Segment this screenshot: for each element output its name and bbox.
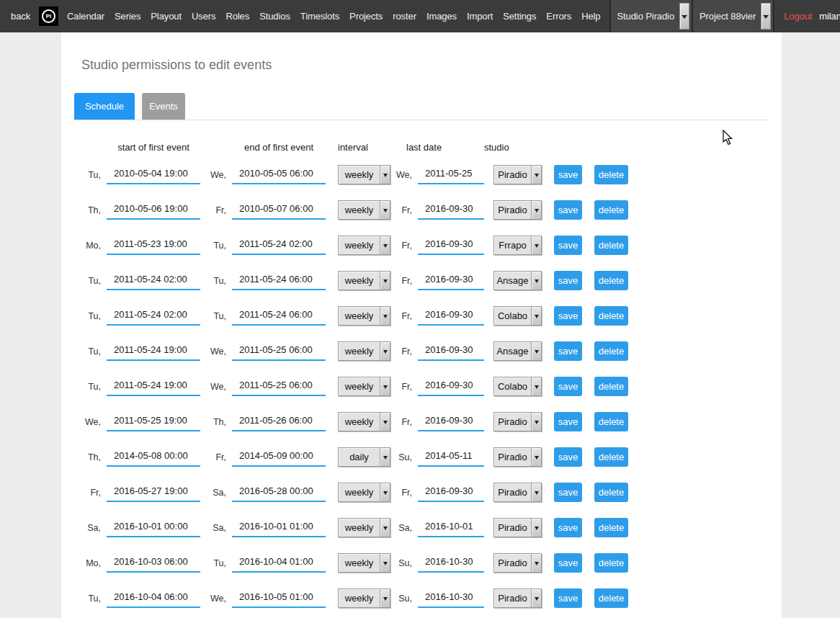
nav-item-settings[interactable]: Settings (501, 8, 537, 24)
start-datetime-input[interactable] (107, 342, 200, 361)
start-datetime-input[interactable] (107, 413, 200, 431)
interval-select[interactable]: daily (338, 447, 390, 467)
end-datetime-input[interactable] (232, 307, 326, 326)
delete-button[interactable]: delete (594, 553, 628, 573)
studio-select[interactable]: Piradio (493, 553, 542, 573)
studio-select[interactable]: Piradio (493, 588, 542, 608)
studio-select[interactable]: Piradio (493, 200, 542, 220)
studio-select[interactable]: Piradio (493, 412, 542, 431)
studio-select[interactable]: Piradio (493, 447, 542, 467)
start-datetime-input[interactable] (107, 201, 200, 220)
back-link[interactable]: back (9, 8, 32, 24)
save-button[interactable]: save (554, 588, 582, 608)
end-datetime-input[interactable] (232, 272, 326, 290)
studio-select[interactable]: Colabo (493, 377, 542, 396)
save-button[interactable]: save (554, 412, 582, 431)
nav-item-series[interactable]: Series (113, 8, 142, 24)
nav-item-playout[interactable]: Playout (149, 8, 183, 24)
delete-button[interactable]: delete (594, 412, 628, 431)
nav-item-import[interactable]: Import (465, 8, 494, 24)
end-datetime-input[interactable] (232, 342, 326, 361)
nav-item-studios[interactable]: Studios (258, 8, 292, 24)
save-button[interactable]: save (554, 377, 582, 396)
start-datetime-input[interactable] (107, 483, 200, 502)
end-datetime-input[interactable] (232, 483, 326, 502)
project-switcher-select[interactable]: Project 88vier (692, 0, 774, 32)
interval-select[interactable]: weekly (338, 165, 390, 184)
end-datetime-input[interactable] (232, 519, 326, 537)
nav-item-calendar[interactable]: Calendar (66, 8, 106, 24)
end-datetime-input[interactable] (232, 201, 326, 220)
nav-item-roles[interactable]: Roles (224, 8, 251, 24)
start-datetime-input[interactable] (107, 236, 200, 255)
last-date-input[interactable] (418, 377, 484, 396)
save-button[interactable]: save (554, 483, 582, 502)
studio-select[interactable]: Colabo (493, 306, 542, 326)
save-button[interactable]: save (554, 553, 582, 573)
nav-item-projects[interactable]: Projects (348, 8, 384, 24)
last-date-input[interactable] (418, 413, 484, 431)
logout-link[interactable]: Logout (784, 11, 812, 22)
interval-select[interactable]: weekly (338, 483, 390, 502)
last-date-input[interactable] (418, 272, 484, 290)
interval-select[interactable]: weekly (338, 553, 390, 573)
save-button[interactable]: save (554, 200, 582, 220)
studio-select[interactable]: Piradio (493, 518, 542, 537)
delete-button[interactable]: delete (594, 236, 628, 255)
delete-button[interactable]: delete (594, 341, 628, 361)
last-date-input[interactable] (418, 448, 484, 467)
delete-button[interactable]: delete (594, 518, 628, 537)
start-datetime-input[interactable] (107, 377, 200, 396)
interval-select[interactable]: weekly (338, 377, 390, 396)
last-date-input[interactable] (418, 519, 484, 537)
last-date-input[interactable] (418, 236, 484, 255)
last-date-input[interactable] (418, 307, 484, 326)
end-datetime-input[interactable] (232, 413, 326, 431)
delete-button[interactable]: delete (594, 447, 628, 467)
studio-select[interactable]: Piradio (493, 483, 542, 502)
tab-schedule[interactable]: Schedule (74, 93, 135, 120)
nav-item-errors[interactable]: Errors (545, 8, 573, 24)
delete-button[interactable]: delete (594, 483, 628, 502)
last-date-input[interactable] (418, 554, 484, 573)
save-button[interactable]: save (554, 236, 582, 255)
start-datetime-input[interactable] (107, 166, 200, 184)
last-date-input[interactable] (418, 201, 484, 220)
studio-select[interactable]: Ansage (493, 341, 542, 361)
interval-select[interactable]: weekly (338, 518, 390, 537)
start-datetime-input[interactable] (107, 272, 200, 290)
end-datetime-input[interactable] (232, 554, 326, 573)
nav-item-images[interactable]: Images (425, 8, 458, 24)
tab-events[interactable]: Events (142, 93, 185, 120)
nav-item-roster[interactable]: roster (391, 8, 418, 24)
interval-select[interactable]: weekly (338, 200, 390, 220)
save-button[interactable]: save (554, 165, 582, 184)
delete-button[interactable]: delete (594, 200, 628, 220)
last-date-input[interactable] (418, 342, 484, 361)
save-button[interactable]: save (554, 306, 582, 326)
start-datetime-input[interactable] (107, 519, 200, 537)
end-datetime-input[interactable] (232, 236, 326, 255)
studio-switcher-select[interactable]: Studio Piradio (609, 0, 692, 32)
delete-button[interactable]: delete (594, 165, 628, 184)
interval-select[interactable]: weekly (338, 341, 390, 361)
interval-select[interactable]: weekly (338, 236, 390, 255)
piradio-logo-icon[interactable]: PI (39, 6, 58, 26)
save-button[interactable]: save (554, 341, 582, 361)
end-datetime-input[interactable] (232, 448, 326, 467)
save-button[interactable]: save (554, 271, 582, 290)
delete-button[interactable]: delete (594, 306, 628, 326)
save-button[interactable]: save (554, 447, 582, 467)
interval-select[interactable]: weekly (338, 412, 390, 431)
last-date-input[interactable] (418, 589, 484, 608)
nav-item-timeslots[interactable]: Timeslots (299, 8, 341, 24)
start-datetime-input[interactable] (107, 554, 200, 573)
studio-select[interactable]: Piradio (493, 165, 542, 184)
nav-item-help[interactable]: Help (580, 8, 602, 24)
start-datetime-input[interactable] (107, 448, 200, 467)
delete-button[interactable]: delete (594, 588, 628, 608)
end-datetime-input[interactable] (232, 166, 326, 184)
nav-item-users[interactable]: Users (190, 8, 217, 24)
save-button[interactable]: save (554, 518, 582, 537)
interval-select[interactable]: weekly (338, 588, 390, 608)
